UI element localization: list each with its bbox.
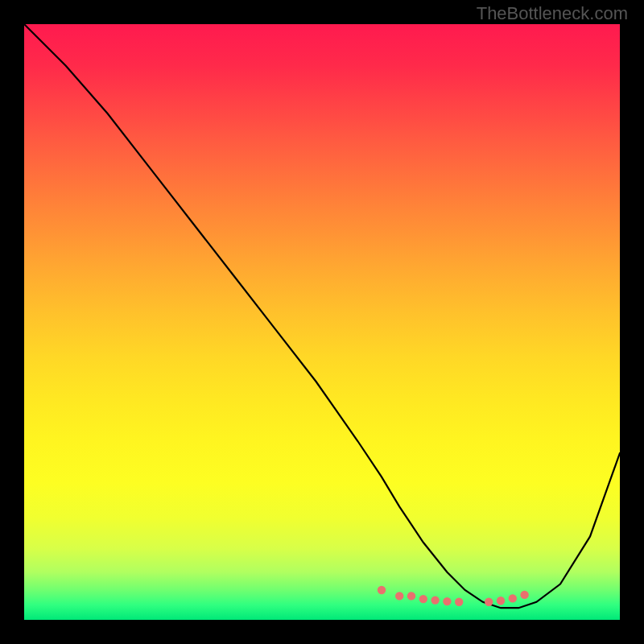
marker-dot: [455, 598, 463, 606]
marker-dot: [395, 592, 403, 600]
bottleneck-curve-line: [24, 24, 620, 608]
chart-svg: [24, 24, 620, 620]
flat-region-markers: [378, 586, 529, 606]
plot-area: [24, 24, 620, 620]
marker-dot: [407, 592, 415, 600]
marker-dot: [497, 597, 505, 605]
marker-dot: [431, 596, 439, 604]
marker-dot: [509, 594, 517, 602]
marker-dot: [520, 591, 528, 599]
marker-dot: [419, 595, 427, 603]
attribution-text: TheBottleneck.com: [477, 3, 628, 24]
marker-dot: [443, 597, 451, 605]
marker-dot: [485, 598, 493, 606]
marker-dot: [378, 586, 386, 594]
